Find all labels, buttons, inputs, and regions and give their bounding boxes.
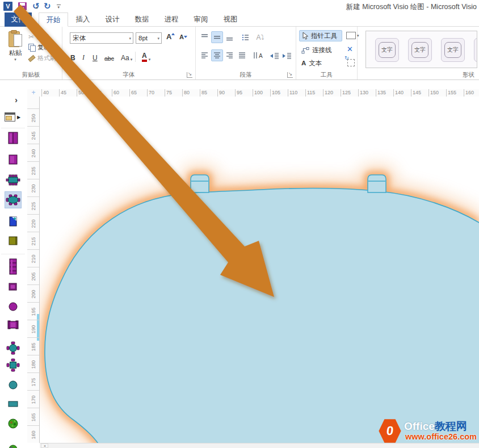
cut-button[interactable]: ✂ 剪切	[28, 31, 61, 42]
rectangle-tool-icon	[346, 32, 356, 39]
stencil-teal-circle[interactable]	[5, 376, 22, 393]
save-icon[interactable]	[18, 2, 27, 10]
font-color-button[interactable]: A ▾	[142, 51, 150, 62]
tab-view[interactable]: 视图	[216, 12, 245, 27]
text-rotate-button[interactable]: A⤵	[254, 31, 266, 43]
rotate-tool-icon[interactable]	[347, 59, 355, 66]
shapes-window-icon[interactable]	[5, 112, 15, 122]
stencil-cabinet[interactable]	[5, 129, 22, 146]
stencil-plant-partial[interactable]	[5, 443, 22, 448]
ruler-top-tick: 105	[270, 89, 280, 97]
stencil-play-icon[interactable]: ▶	[17, 115, 20, 120]
horizontal-scrollbar[interactable]: ◂	[40, 443, 479, 448]
clipboard-group-label: 剪贴板	[0, 71, 62, 79]
ribbon-tabs: 文件 开始 插入 设计 数据 进程 审阅 视图	[0, 12, 479, 27]
stencil-round-stool[interactable]	[5, 298, 22, 315]
italic-button[interactable]: I	[82, 51, 85, 62]
shapes-gallery[interactable]: 文字文字文字文字	[365, 31, 477, 68]
shrink-font-button[interactable]: A	[179, 34, 187, 40]
visio-logo-icon[interactable]: V	[3, 2, 12, 11]
shape-gallery-item[interactable]: 文字	[408, 38, 432, 62]
justify-button[interactable]	[236, 49, 248, 61]
tab-review[interactable]: 审阅	[186, 12, 216, 27]
shape-gallery-item[interactable]: 文字	[441, 38, 465, 62]
paragraph-dialog-launcher[interactable]: ↘	[287, 72, 293, 78]
tab-home[interactable]: 开始	[39, 12, 68, 27]
align-right-button[interactable]	[224, 49, 236, 61]
shape-gallery-item[interactable]: 文字	[474, 38, 477, 62]
visio-window: V ↺▾ ↻ ▾ 新建 Microsoft Visio 绘图 - Microso…	[0, 0, 479, 448]
stencil-round-table-chairs[interactable]	[5, 340, 22, 357]
tab-file[interactable]: 文件	[5, 12, 32, 27]
tab-process[interactable]: 进程	[157, 12, 186, 27]
oval-table-shape[interactable]	[40, 97, 479, 443]
align-center-button[interactable]	[211, 49, 223, 61]
ruler-top-tick: 80	[182, 89, 190, 97]
shape-gallery-item[interactable]: 文字	[375, 38, 399, 62]
tab-data[interactable]: 数据	[127, 12, 157, 27]
scroll-left-button[interactable]: ◂	[41, 443, 48, 448]
redo-icon[interactable]: ↻	[44, 2, 51, 11]
plant-icon	[6, 416, 20, 431]
align-middle-button[interactable]	[211, 31, 223, 43]
connection-point-tool-icon[interactable]: ✕	[347, 45, 353, 53]
ruler-left-tick: 250	[27, 108, 39, 127]
font-size-combo[interactable]: 8pt▾	[136, 32, 162, 44]
quick-access-toolbar: V ↺▾ ↻ ▾	[3, 1, 61, 11]
bold-button[interactable]: B	[70, 51, 75, 62]
strikethrough-button[interactable]: abc	[104, 51, 114, 62]
undo-button[interactable]: ↺▾	[32, 1, 38, 11]
tab-design[interactable]: 设计	[98, 12, 127, 27]
ruler-left[interactable]: 2502452402352302252202152102052001951901…	[27, 97, 40, 443]
ruler-left-tick: 180	[27, 355, 39, 373]
chevron-down-icon[interactable]: ▾	[157, 33, 159, 44]
ruler-left-tick: 190	[27, 320, 39, 338]
stencil-water-cooler[interactable]	[5, 213, 22, 230]
undo-caret-icon[interactable]: ▾	[36, 6, 39, 10]
chevron-down-icon[interactable]: ▾	[149, 57, 151, 62]
font-name-combo[interactable]: 宋体▾	[70, 32, 133, 44]
door-icon	[6, 152, 20, 167]
underline-button[interactable]: U	[93, 51, 98, 62]
stencil-armchair[interactable]	[5, 316, 22, 333]
bullets-button[interactable]	[239, 31, 251, 43]
shapes-group-label: 形状	[463, 71, 474, 79]
font-group-label: 字体	[62, 71, 195, 79]
paste-button[interactable]: 粘贴 ▾	[5, 30, 26, 68]
tab-insert[interactable]: 插入	[68, 12, 98, 27]
oval-table-body[interactable]	[45, 189, 479, 443]
stencil-sidebar: › ▶	[0, 80, 27, 448]
grow-font-icon	[171, 33, 175, 35]
drawing-page[interactable]: 0 Office教程网 www.office26.com	[40, 97, 479, 443]
connector-tool-button[interactable]: 连接线	[299, 44, 334, 56]
align-bottom-button[interactable]	[224, 31, 236, 43]
change-case-button[interactable]: Aa▾	[121, 51, 132, 62]
align-top-button[interactable]	[199, 31, 211, 43]
stencil-rect-table-chairs[interactable]	[5, 171, 22, 189]
vertical-text-button[interactable]: A	[251, 49, 266, 61]
align-left-button[interactable]	[199, 49, 211, 61]
format-painter-button[interactable]: 格式刷	[28, 53, 61, 64]
shape-gallery-item-label: 文字	[444, 42, 461, 58]
stencil-oval-table-chairs[interactable]	[5, 191, 22, 208]
stencil-square-table-chairs[interactable]	[5, 357, 22, 374]
stencil-teal-rectangle[interactable]	[5, 395, 22, 412]
copy-button[interactable]: 复制	[28, 42, 61, 53]
stencil-plant[interactable]	[5, 415, 22, 432]
increase-indent-button[interactable]	[281, 49, 293, 61]
ruler-top-tick: 145	[411, 89, 421, 97]
decrease-indent-button[interactable]	[268, 49, 280, 61]
stencil-bookshelf[interactable]	[5, 258, 22, 275]
stencil-chair[interactable]	[5, 278, 22, 295]
text-tool-button[interactable]: A 文本	[299, 57, 324, 69]
ruler-top-tick: 95	[235, 89, 242, 97]
pointer-tool-button[interactable]: 指针工具	[299, 30, 342, 41]
ruler-top[interactable]: 4045505560657075808590951001051101151201…	[40, 89, 479, 97]
chevron-down-icon[interactable]: ▾	[129, 33, 131, 44]
customize-quick-access-icon[interactable]: ▾	[57, 5, 61, 9]
grow-font-button[interactable]: A	[166, 32, 175, 41]
stencil-door[interactable]	[5, 151, 22, 168]
expand-panel-chevron-icon[interactable]: ›	[15, 95, 18, 104]
font-dialog-launcher[interactable]: ↘	[187, 72, 192, 78]
stencil-file-cabinet[interactable]	[5, 232, 22, 249]
